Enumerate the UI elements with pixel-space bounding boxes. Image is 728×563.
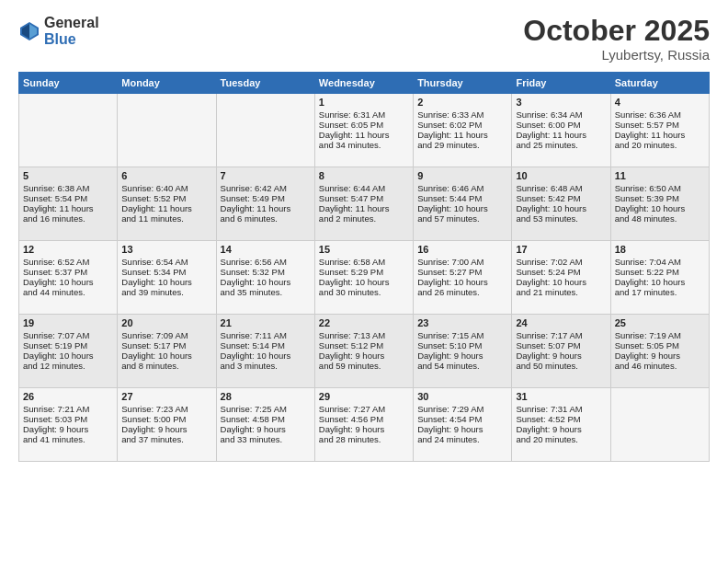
day-info: Daylight: 10 hours — [23, 277, 113, 287]
calendar-cell: 10Sunrise: 6:48 AMSunset: 5:42 PMDayligh… — [512, 167, 610, 241]
day-number: 1 — [319, 97, 409, 108]
day-info: Sunset: 5:44 PM — [417, 193, 507, 203]
day-info: and 16 minutes. — [23, 213, 113, 224]
calendar-cell: 12Sunrise: 6:52 AMSunset: 5:37 PMDayligh… — [19, 241, 118, 315]
day-info: and 29 minutes. — [417, 140, 507, 150]
weekday-header-row: SundayMondayTuesdayWednesdayThursdayFrid… — [19, 73, 710, 94]
day-number: 26 — [23, 391, 113, 402]
day-info: Daylight: 9 hours — [221, 424, 311, 434]
day-number: 8 — [319, 170, 409, 181]
day-info: and 37 minutes. — [121, 434, 211, 444]
calendar-cell: 2Sunrise: 6:33 AMSunset: 6:02 PMDaylight… — [414, 94, 512, 167]
day-info: Daylight: 10 hours — [516, 277, 606, 287]
day-info: Sunrise: 7:15 AM — [417, 330, 507, 340]
day-info: Sunset: 5:54 PM — [23, 193, 113, 203]
day-info: Sunrise: 7:04 AM — [615, 257, 705, 267]
logo-icon — [18, 20, 40, 42]
calendar-cell: 14Sunrise: 6:56 AMSunset: 5:32 PMDayligh… — [216, 241, 314, 315]
calendar-cell: 13Sunrise: 6:54 AMSunset: 5:34 PMDayligh… — [118, 241, 216, 315]
day-info: and 12 minutes. — [23, 361, 113, 371]
day-info: Sunrise: 6:50 AM — [615, 183, 705, 193]
calendar-week-row: 5Sunrise: 6:38 AMSunset: 5:54 PMDaylight… — [19, 167, 710, 241]
calendar-cell: 27Sunrise: 7:23 AMSunset: 5:00 PMDayligh… — [118, 388, 216, 462]
day-info: and 8 minutes. — [121, 361, 211, 371]
day-number: 9 — [417, 170, 507, 181]
weekday-header-sunday: Sunday — [19, 73, 118, 94]
day-number: 28 — [221, 391, 311, 402]
calendar-cell: 3Sunrise: 6:34 AMSunset: 6:00 PMDaylight… — [512, 94, 610, 167]
day-info: Daylight: 11 hours — [615, 130, 705, 140]
day-info: Sunrise: 7:23 AM — [121, 404, 211, 414]
calendar-cell: 19Sunrise: 7:07 AMSunset: 5:19 PMDayligh… — [19, 315, 118, 388]
day-info: Sunset: 5:42 PM — [516, 193, 606, 203]
day-info: and 50 minutes. — [516, 361, 606, 371]
day-info: and 3 minutes. — [221, 361, 311, 371]
day-info: Sunset: 5:29 PM — [319, 267, 409, 277]
day-info: Sunrise: 7:19 AM — [615, 330, 705, 340]
day-info: Sunset: 4:58 PM — [221, 414, 311, 424]
calendar-cell — [19, 94, 118, 167]
calendar-week-row: 19Sunrise: 7:07 AMSunset: 5:19 PMDayligh… — [19, 315, 710, 388]
day-number: 10 — [516, 170, 606, 181]
day-number: 30 — [417, 391, 507, 402]
day-info: Sunset: 5:03 PM — [23, 414, 113, 424]
day-number: 6 — [121, 170, 211, 181]
day-info: Sunset: 5:52 PM — [121, 193, 211, 203]
day-info: Daylight: 11 hours — [516, 130, 606, 140]
calendar-cell: 5Sunrise: 6:38 AMSunset: 5:54 PMDaylight… — [19, 167, 118, 241]
calendar-cell: 21Sunrise: 7:11 AMSunset: 5:14 PMDayligh… — [216, 315, 314, 388]
weekday-header-wednesday: Wednesday — [314, 73, 413, 94]
day-info: Daylight: 10 hours — [121, 277, 211, 287]
day-info: Sunrise: 7:21 AM — [23, 404, 113, 414]
calendar-week-row: 12Sunrise: 6:52 AMSunset: 5:37 PMDayligh… — [19, 241, 710, 315]
day-info: Sunrise: 6:31 AM — [319, 109, 409, 120]
calendar-cell: 16Sunrise: 7:00 AMSunset: 5:27 PMDayligh… — [414, 241, 512, 315]
day-info: Daylight: 10 hours — [121, 350, 211, 361]
weekday-header-friday: Friday — [512, 73, 610, 94]
day-info: and 59 minutes. — [319, 361, 409, 371]
day-info: and 54 minutes. — [417, 361, 507, 371]
day-info: Daylight: 10 hours — [417, 277, 507, 287]
day-info: Sunrise: 6:54 AM — [121, 257, 211, 267]
day-info: Sunrise: 6:42 AM — [221, 183, 311, 193]
day-info: Sunrise: 7:17 AM — [516, 330, 606, 340]
day-info: and 46 minutes. — [615, 361, 705, 371]
day-info: and 21 minutes. — [516, 287, 606, 297]
day-number: 29 — [319, 391, 409, 402]
day-info: and 44 minutes. — [23, 287, 113, 297]
calendar-header: SundayMondayTuesdayWednesdayThursdayFrid… — [19, 73, 710, 94]
day-info: Sunset: 5:49 PM — [221, 193, 311, 203]
calendar-week-row: 1Sunrise: 6:31 AMSunset: 6:05 PMDaylight… — [19, 94, 710, 167]
day-number: 3 — [516, 97, 606, 108]
day-info: Daylight: 11 hours — [319, 203, 409, 213]
day-info: Sunrise: 7:13 AM — [319, 330, 409, 340]
month-title: October 2025 — [523, 15, 710, 47]
day-info: and 28 minutes. — [319, 434, 409, 444]
calendar-cell: 22Sunrise: 7:13 AMSunset: 5:12 PMDayligh… — [314, 315, 413, 388]
day-number: 27 — [121, 391, 211, 402]
day-info: Sunrise: 6:38 AM — [23, 183, 113, 193]
calendar-cell: 30Sunrise: 7:29 AMSunset: 4:54 PMDayligh… — [414, 388, 512, 462]
day-info: Daylight: 10 hours — [516, 203, 606, 213]
day-info: Sunrise: 7:09 AM — [121, 330, 211, 340]
day-info: and 34 minutes. — [319, 140, 409, 150]
logo: General Blue — [18, 15, 99, 47]
weekday-header-saturday: Saturday — [610, 73, 709, 94]
calendar-cell: 24Sunrise: 7:17 AMSunset: 5:07 PMDayligh… — [512, 315, 610, 388]
day-info: Daylight: 10 hours — [319, 277, 409, 287]
day-info: and 17 minutes. — [615, 287, 705, 297]
day-info: and 48 minutes. — [615, 213, 705, 224]
calendar-table: SundayMondayTuesdayWednesdayThursdayFrid… — [18, 72, 710, 462]
calendar-cell: 29Sunrise: 7:27 AMSunset: 4:56 PMDayligh… — [314, 388, 413, 462]
day-info: and 57 minutes. — [417, 213, 507, 224]
day-info: Sunset: 5:24 PM — [516, 267, 606, 277]
day-info: Sunset: 6:05 PM — [319, 120, 409, 130]
day-info: Sunrise: 6:56 AM — [221, 257, 311, 267]
day-info: Daylight: 9 hours — [23, 424, 113, 434]
day-number: 22 — [319, 317, 409, 328]
day-info: and 24 minutes. — [417, 434, 507, 444]
day-info: Sunset: 5:07 PM — [516, 340, 606, 350]
day-info: Sunrise: 6:46 AM — [417, 183, 507, 193]
day-info: Sunset: 4:56 PM — [319, 414, 409, 424]
day-info: Sunset: 5:10 PM — [417, 340, 507, 350]
